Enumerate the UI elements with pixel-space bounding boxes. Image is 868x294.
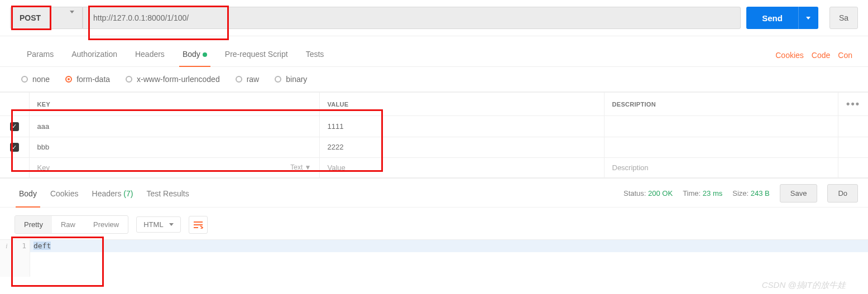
- tab-authorization[interactable]: Authorization: [63, 44, 126, 66]
- response-tab-cookies[interactable]: Cookies: [44, 185, 85, 203]
- col-key: KEY: [29, 93, 319, 116]
- radio-raw[interactable]: raw: [236, 75, 260, 84]
- tab-tests[interactable]: Tests: [297, 44, 333, 66]
- size-label: Size:: [732, 189, 749, 197]
- code-lines[interactable]: deft: [30, 240, 868, 277]
- response-tab-headers[interactable]: Headers (7): [85, 185, 140, 203]
- body-type-radios: none form-data x-www-form-urlencoded raw…: [0, 67, 868, 92]
- cell-more: [838, 116, 868, 137]
- type-selector[interactable]: Text ▼: [290, 163, 311, 171]
- info-icon: i: [6, 240, 8, 252]
- response-bar: Body Cookies Headers (7) Test Results St…: [0, 178, 868, 208]
- cell-description[interactable]: [604, 116, 838, 137]
- radio-label: x-www-form-urlencoded: [137, 75, 220, 84]
- chevron-down-icon: [169, 223, 174, 226]
- code-line: [30, 264, 868, 277]
- cell-more: [838, 158, 868, 178]
- radio-icon: [236, 76, 242, 83]
- headers-count: (7): [123, 189, 133, 198]
- format-value: HTML: [143, 220, 163, 229]
- link-comments[interactable]: Con: [838, 51, 852, 60]
- row-checkbox[interactable]: ✓: [10, 122, 19, 131]
- status-value: 200 OK: [648, 189, 673, 197]
- view-mode-segment: Pretty Raw Preview: [15, 215, 128, 234]
- line-number: [0, 264, 30, 277]
- radio-label: raw: [247, 75, 260, 84]
- tab-prerequest[interactable]: Pre-request Script: [216, 44, 297, 66]
- radio-binary[interactable]: binary: [275, 75, 307, 84]
- send-button-group: Send: [746, 7, 818, 29]
- download-response-button[interactable]: Do: [827, 184, 858, 203]
- time-value: 23 ms: [703, 189, 722, 197]
- tab-headers[interactable]: Headers: [126, 44, 174, 66]
- row-checkbox[interactable]: ✓: [10, 143, 19, 152]
- request-tabs: Params Authorization Headers Body Pre-re…: [0, 36, 868, 67]
- col-description: DESCRIPTION: [604, 93, 838, 116]
- radio-icon: [126, 76, 132, 83]
- http-method-select[interactable]: POST: [10, 7, 83, 29]
- response-body-code: i1 deft: [0, 239, 868, 277]
- time-label: Time:: [683, 189, 701, 197]
- line-number: [0, 252, 30, 264]
- cell-more: [838, 137, 868, 158]
- cell-value[interactable]: 1111: [319, 116, 604, 137]
- size-value: 243 B: [751, 189, 770, 197]
- tab-body-label: Body: [183, 50, 200, 59]
- response-tab-test-results[interactable]: Test Results: [140, 185, 195, 203]
- save-request-button[interactable]: Sa: [829, 7, 858, 29]
- status-label: Status:: [624, 189, 646, 197]
- wrap-icon: [193, 221, 203, 229]
- request-url-input[interactable]: http://127.0.0.1:8000/1/100/: [83, 7, 741, 29]
- radio-icon: [65, 76, 72, 83]
- modified-dot-icon: [203, 52, 207, 57]
- col-value: VALUE: [319, 93, 604, 116]
- col-checkbox: [0, 93, 29, 116]
- code-line: deft: [30, 240, 868, 252]
- response-meta: Status: 200 OK Time: 23 ms Size: 243 B S…: [624, 184, 858, 203]
- gutter: i1: [0, 240, 30, 277]
- view-preview[interactable]: Preview: [84, 216, 128, 233]
- chevron-down-icon: [70, 13, 74, 22]
- request-url-value: http://127.0.0.1:8000/1/100/: [93, 13, 189, 22]
- save-response-button[interactable]: Save: [780, 184, 818, 203]
- format-select[interactable]: HTML: [136, 216, 180, 233]
- send-dropdown[interactable]: [798, 7, 818, 29]
- view-raw[interactable]: Raw: [52, 216, 84, 233]
- cell-key[interactable]: bbb: [29, 137, 319, 158]
- col-more[interactable]: •••: [838, 93, 868, 116]
- radio-x-www-form-urlencoded[interactable]: x-www-form-urlencoded: [126, 75, 220, 84]
- radio-icon: [21, 76, 28, 83]
- radio-none[interactable]: none: [21, 75, 50, 84]
- response-view-toolbar: Pretty Raw Preview HTML: [0, 208, 868, 239]
- radio-label: binary: [286, 75, 307, 84]
- response-tab-headers-label: Headers: [92, 189, 122, 198]
- tab-body[interactable]: Body: [174, 44, 216, 66]
- http-method-value: POST: [20, 13, 41, 22]
- cell-value-placeholder[interactable]: Value: [319, 158, 604, 178]
- tab-params[interactable]: Params: [18, 44, 63, 66]
- table-row: ✓ bbb 2222: [0, 137, 868, 158]
- link-cookies[interactable]: Cookies: [775, 51, 804, 60]
- cell-key-placeholder[interactable]: KeyText ▼: [29, 158, 319, 178]
- code-text: deft: [33, 242, 51, 250]
- radio-label: form-data: [76, 75, 110, 84]
- table-row-new: KeyText ▼ Value Description: [0, 158, 868, 178]
- radio-label: none: [32, 75, 50, 84]
- chevron-down-icon: [806, 17, 811, 20]
- response-tab-body[interactable]: Body: [12, 185, 44, 203]
- radio-form-data[interactable]: form-data: [65, 75, 110, 84]
- right-links: Cookies Code Con: [775, 51, 858, 60]
- cell-description-placeholder[interactable]: Description: [604, 158, 838, 178]
- link-code[interactable]: Code: [812, 51, 830, 60]
- form-data-table: KEY VALUE DESCRIPTION ••• ✓ aaa 1111 ✓ b…: [0, 92, 868, 178]
- cell-value[interactable]: 2222: [319, 137, 604, 158]
- table-row: ✓ aaa 1111: [0, 116, 868, 137]
- view-pretty[interactable]: Pretty: [15, 216, 52, 233]
- wrap-lines-button[interactable]: [189, 216, 208, 234]
- cell-key[interactable]: aaa: [29, 116, 319, 137]
- cell-description[interactable]: [604, 137, 838, 158]
- request-bar: POST http://127.0.0.1:8000/1/100/ Send S…: [0, 0, 868, 36]
- send-button[interactable]: Send: [746, 7, 798, 29]
- line-number: i1: [0, 240, 30, 252]
- radio-icon: [275, 76, 281, 83]
